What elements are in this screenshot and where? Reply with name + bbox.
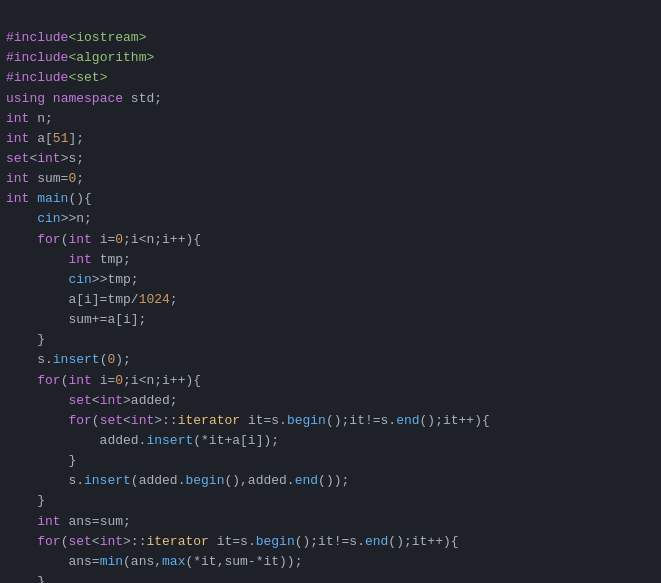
code-container: #include<iostream> #include<algorithm> #…	[6, 8, 655, 583]
line-21: added.insert(*it+a[i]);	[6, 433, 279, 448]
line-14: a[i]=tmp/1024;	[6, 292, 178, 307]
line-12: int tmp;	[6, 252, 131, 267]
line-17: s.insert(0);	[6, 352, 131, 367]
line-18: for(int i=0;i<n;i++){	[6, 373, 201, 388]
line-8: int sum=0;	[6, 171, 84, 186]
line-11: for(int i=0;i<n;i++){	[6, 232, 201, 247]
line-6: int a[51];	[6, 131, 84, 146]
line-26: for(set<int>::iterator it=s.begin();it!=…	[6, 534, 459, 549]
line-13: cin>>tmp;	[6, 272, 139, 287]
line-20: for(set<int>::iterator it=s.begin();it!=…	[6, 413, 490, 428]
line-19: set<int>added;	[6, 393, 178, 408]
line-7: set<int>s;	[6, 151, 84, 166]
line-3: #include<set>	[6, 70, 107, 85]
line-27: ans=min(ans,max(*it,sum-*it));	[6, 554, 302, 569]
line-15: sum+=a[i];	[6, 312, 146, 327]
line-25: int ans=sum;	[6, 514, 131, 529]
line-24: }	[6, 493, 45, 508]
line-4: using namespace std;	[6, 91, 162, 106]
line-1: #include<iostream>	[6, 30, 146, 45]
line-22: }	[6, 453, 76, 468]
line-16: }	[6, 332, 45, 347]
line-28: }	[6, 574, 45, 583]
line-5: int n;	[6, 111, 53, 126]
line-9: int main(){	[6, 191, 92, 206]
line-10: cin>>n;	[6, 211, 92, 226]
line-2: #include<algorithm>	[6, 50, 154, 65]
line-23: s.insert(added.begin(),added.end());	[6, 473, 349, 488]
